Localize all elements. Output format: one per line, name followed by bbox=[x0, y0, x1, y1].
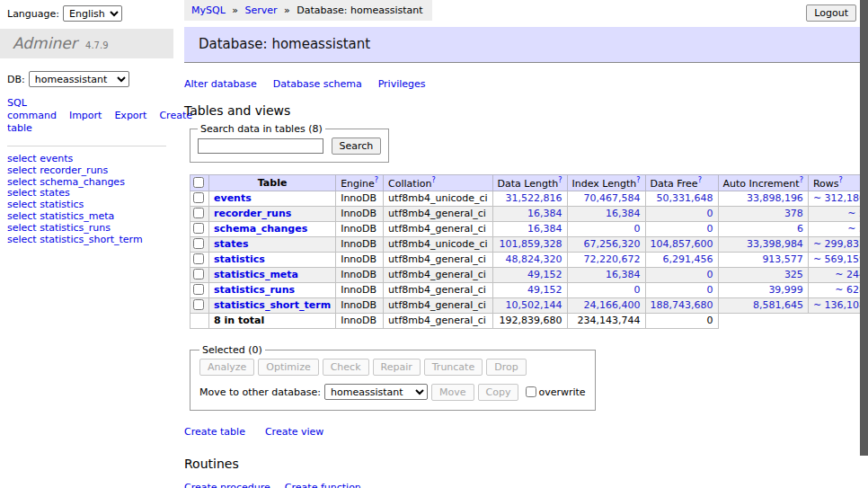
truncate-button[interactable]: Truncate bbox=[424, 359, 483, 376]
vertical-scrollbar[interactable] bbox=[860, 0, 868, 488]
optimize-button[interactable]: Optimize bbox=[258, 359, 318, 376]
sidebar-link[interactable]: Import bbox=[69, 110, 102, 121]
app-version: 4.7.9 bbox=[85, 40, 108, 50]
repair-button[interactable]: Repair bbox=[373, 359, 421, 376]
table-name-cell: recorder_runs bbox=[209, 206, 336, 221]
row-checkbox[interactable] bbox=[193, 192, 204, 203]
row-checkbox[interactable] bbox=[193, 238, 204, 249]
sidebar-table-link[interactable]: select statistics_runs bbox=[7, 223, 173, 235]
row-checkbox-cell bbox=[190, 282, 209, 297]
engine-cell: InnoDB bbox=[336, 297, 384, 313]
row-checkbox[interactable] bbox=[193, 269, 204, 279]
database-action-link[interactable]: Alter database bbox=[184, 78, 257, 90]
breadcrumb-link[interactable]: Server bbox=[245, 4, 278, 16]
tables-table: TableEngine?Collation?Data Length?Index … bbox=[190, 174, 868, 329]
column-header-label: Data Length bbox=[498, 178, 559, 190]
sidebar-table-link[interactable]: select statistics_short_term bbox=[7, 235, 173, 246]
column-help-link[interactable]: ? bbox=[431, 176, 435, 184]
overwrite-checkbox[interactable] bbox=[526, 386, 536, 397]
routine-create-link[interactable]: Create function bbox=[285, 482, 361, 488]
move-db-select[interactable]: homeassistant bbox=[324, 384, 428, 400]
table-row: statistics_runsInnoDButf8mb4_general_ci4… bbox=[190, 282, 868, 297]
row-checkbox[interactable] bbox=[193, 208, 204, 218]
row-checkbox-cell bbox=[190, 252, 209, 267]
rows-count-cell: ~ 569,159 bbox=[808, 252, 868, 267]
auto-increment-cell: 8,581,645 bbox=[718, 297, 808, 313]
auto-increment-cell: 378 bbox=[718, 206, 808, 221]
db-select[interactable]: homeassistant bbox=[29, 71, 129, 87]
database-action-links: Alter databaseDatabase schemaPrivileges bbox=[184, 78, 868, 90]
index-length-cell: 0 bbox=[567, 221, 645, 236]
analyze-button[interactable]: Analyze bbox=[199, 359, 254, 376]
language-row: Language:English bbox=[0, 0, 173, 22]
data-free-cell: 0 bbox=[645, 206, 718, 221]
logout-button[interactable]: Logout bbox=[806, 4, 856, 22]
routines-links-row: Create procedureCreate function bbox=[184, 482, 868, 488]
tables-heading: Tables and views bbox=[184, 103, 868, 118]
move-button[interactable]: Move bbox=[431, 384, 474, 401]
select-all-checkbox[interactable] bbox=[193, 177, 204, 188]
column-header: Engine? bbox=[336, 175, 384, 191]
copy-button[interactable]: Copy bbox=[478, 384, 519, 401]
table-row: statistics_short_termInnoDButf8mb4_gener… bbox=[190, 297, 868, 313]
row-checkbox[interactable] bbox=[193, 223, 204, 234]
sidebar-table-link[interactable]: select statistics_meta bbox=[7, 211, 173, 223]
table-row: recorder_runsInnoDButf8mb4_general_ci16,… bbox=[190, 206, 868, 221]
table-name-cell: statistics_runs bbox=[209, 282, 336, 297]
table-name-link[interactable]: events bbox=[214, 192, 252, 204]
data-length-cell: 16,384 bbox=[492, 206, 567, 221]
sidebar-link[interactable]: Export bbox=[114, 110, 146, 121]
table-name-link[interactable]: statistics bbox=[214, 253, 265, 265]
total-data-length-cell: 192,839,680 bbox=[492, 313, 567, 328]
database-action-link[interactable]: Database schema bbox=[273, 78, 362, 90]
select-all-header-cell bbox=[190, 175, 209, 191]
data-length-cell: 16,384 bbox=[492, 221, 567, 236]
column-help-link[interactable]: ? bbox=[558, 176, 562, 184]
create-link[interactable]: Create view bbox=[265, 426, 323, 438]
table-name-link[interactable]: statistics_short_term bbox=[214, 299, 331, 311]
language-select[interactable]: English bbox=[63, 5, 122, 22]
move-row: Move to other database:homeassistantMove… bbox=[199, 384, 586, 401]
data-free-cell: 104,857,600 bbox=[645, 236, 718, 252]
collation-cell: utf8mb4_unicode_ci bbox=[384, 236, 492, 252]
data-free-cell: 50,331,648 bbox=[645, 191, 718, 206]
row-checkbox[interactable] bbox=[193, 284, 204, 295]
data-free-cell: 0 bbox=[645, 267, 718, 282]
column-header: Auto Increment? bbox=[718, 175, 808, 191]
scrollbar-thumb[interactable] bbox=[860, 0, 868, 456]
routine-create-link[interactable]: Create procedure bbox=[184, 482, 270, 488]
table-name-link[interactable]: schema_changes bbox=[214, 223, 307, 235]
table-name-link[interactable]: states bbox=[214, 238, 249, 250]
column-header: Collation? bbox=[384, 175, 492, 191]
row-checkbox[interactable] bbox=[193, 299, 204, 310]
search-button[interactable]: Search bbox=[332, 138, 382, 155]
routines-heading: Routines bbox=[184, 457, 868, 471]
create-link[interactable]: Create table bbox=[184, 426, 245, 438]
auto-increment-cell: 33,398,984 bbox=[718, 236, 808, 252]
row-checkbox-cell bbox=[190, 297, 209, 313]
check-button[interactable]: Check bbox=[323, 359, 369, 376]
table-name-link[interactable]: recorder_runs bbox=[214, 208, 291, 219]
column-help-link[interactable]: ? bbox=[375, 176, 378, 184]
table-name-cell: schema_changes bbox=[209, 221, 336, 236]
column-help-link[interactable]: ? bbox=[636, 176, 640, 184]
sidebar-table-link[interactable]: select events bbox=[7, 154, 173, 165]
rows-count-cell: ~ 299,833 bbox=[808, 236, 868, 252]
drop-button[interactable]: Drop bbox=[486, 359, 526, 376]
search-input[interactable] bbox=[198, 138, 323, 154]
engine-cell: InnoDB bbox=[336, 282, 384, 297]
database-action-link[interactable]: Privileges bbox=[378, 78, 426, 90]
table-name-link[interactable]: statistics_meta bbox=[214, 269, 298, 280]
breadcrumb-link[interactable]: MySQL bbox=[191, 4, 226, 16]
rows-count-cell: ~ 5 bbox=[808, 206, 868, 221]
sidebar-table-link[interactable]: select recorder_runs bbox=[7, 165, 173, 177]
data-length-cell: 10,502,144 bbox=[492, 297, 567, 313]
column-help-link[interactable]: ? bbox=[800, 176, 803, 184]
column-help-link[interactable]: ? bbox=[698, 176, 702, 184]
selected-legend: Selected (0) bbox=[199, 344, 265, 356]
table-name-link[interactable]: statistics_runs bbox=[214, 284, 295, 296]
column-help-link[interactable]: ? bbox=[838, 176, 842, 184]
column-header-label: Table bbox=[258, 177, 288, 189]
sidebar-link[interactable]: SQL command bbox=[7, 97, 57, 121]
row-checkbox[interactable] bbox=[193, 253, 204, 264]
